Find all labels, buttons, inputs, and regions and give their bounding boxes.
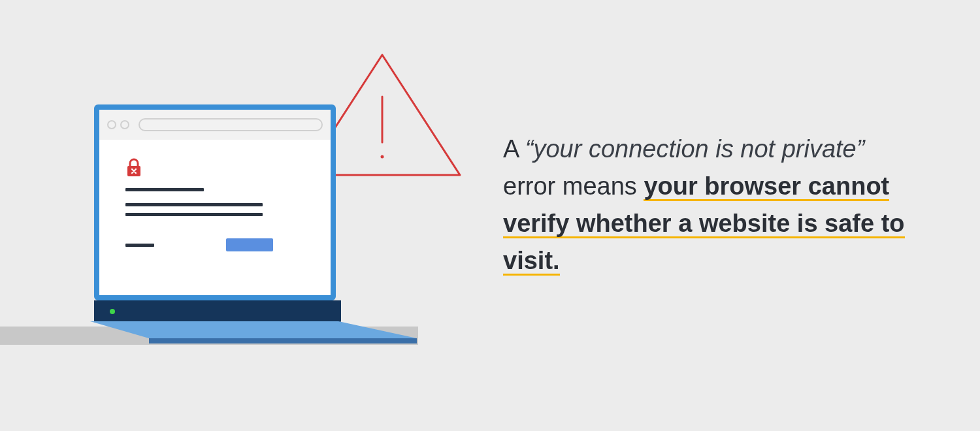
copy-prefix: A bbox=[503, 135, 525, 163]
infographic-canvas: A “your connection is not private” error… bbox=[0, 0, 980, 431]
text-line bbox=[125, 244, 154, 247]
lock-error-icon bbox=[125, 158, 142, 178]
laptop-screen bbox=[94, 104, 336, 300]
browser-page bbox=[99, 140, 331, 264]
text-line bbox=[125, 188, 204, 191]
text-line bbox=[125, 203, 263, 206]
copy-mid: error means bbox=[503, 172, 644, 200]
svg-marker-3 bbox=[90, 321, 417, 338]
address-bar bbox=[139, 118, 323, 131]
window-control-dot bbox=[120, 120, 129, 129]
explanation-text: A “your connection is not private” error… bbox=[503, 131, 921, 279]
laptop-hinge bbox=[94, 300, 341, 323]
text-line bbox=[125, 213, 263, 216]
svg-marker-4 bbox=[149, 338, 417, 343]
power-led-icon bbox=[110, 309, 115, 314]
laptop-illustration bbox=[91, 104, 405, 350]
primary-button bbox=[226, 238, 273, 251]
laptop-base bbox=[90, 321, 405, 350]
window-control-dot bbox=[107, 120, 116, 129]
browser-toolbar bbox=[99, 110, 331, 140]
copy-quoted: “your connection is not private” bbox=[525, 135, 865, 163]
